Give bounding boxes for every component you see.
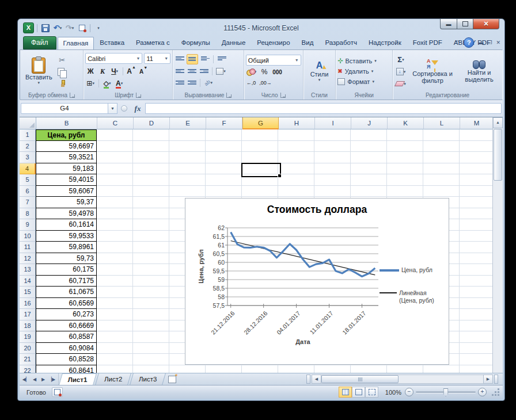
horizontal-scroll-thumb[interactable] xyxy=(321,375,399,383)
underline-button[interactable]: Ч▾ xyxy=(109,67,120,76)
cell-B19[interactable]: 60,8587 xyxy=(36,331,97,343)
fill-handle[interactable] xyxy=(278,174,282,178)
row-header-13[interactable]: 13 xyxy=(20,264,36,276)
align-center-button[interactable] xyxy=(187,67,197,76)
tab-Главная[interactable]: Главная xyxy=(58,37,94,49)
cell-B22[interactable]: 60,8641 xyxy=(36,365,97,373)
tab-Вид[interactable]: Вид xyxy=(296,36,320,49)
cell-B8[interactable]: 59,4978 xyxy=(36,208,97,220)
row-header-16[interactable]: 16 xyxy=(20,298,36,310)
sheet-tab-Лист3[interactable]: Лист3 xyxy=(130,373,166,385)
customize-qat-button[interactable]: ▾ xyxy=(93,23,104,33)
cell-B5[interactable]: 59,4015 xyxy=(36,174,97,186)
row-header-21[interactable]: 21 xyxy=(20,354,36,365)
shrink-font-button[interactable]: A▼ xyxy=(138,67,149,76)
cell-B20[interactable]: 60,9084 xyxy=(36,343,97,354)
tab-Формулы[interactable]: Формулы xyxy=(176,36,216,49)
borders-button[interactable]: ⊞▾ xyxy=(85,79,96,88)
excel-app-icon[interactable]: X xyxy=(23,22,34,33)
sheet-tab-Лист2[interactable]: Лист2 xyxy=(95,373,131,385)
cell-B3[interactable]: 59,3521 xyxy=(36,152,97,163)
zoom-slider-handle[interactable] xyxy=(443,388,449,396)
row-header-8[interactable]: 8 xyxy=(20,208,36,220)
column-header-E[interactable]: E xyxy=(170,117,206,129)
number-format-combo[interactable]: Общий▼ xyxy=(246,55,301,66)
undo-button[interactable]: ↶▾ xyxy=(52,23,63,33)
column-header-G[interactable]: G xyxy=(242,117,279,129)
zoom-level-label[interactable]: 100% xyxy=(382,389,401,396)
row-header-10[interactable]: 10 xyxy=(20,231,36,242)
chart[interactable]: Стоимость доллара Цена, рубл Дата Цена, … xyxy=(185,198,449,365)
cell-B21[interactable]: 60,8528 xyxy=(36,354,97,365)
row-header-14[interactable]: 14 xyxy=(20,276,36,287)
comma-style-button[interactable]: 000 xyxy=(272,67,283,77)
dialog-launcher-icon[interactable] xyxy=(70,93,75,98)
row-6-cells[interactable] xyxy=(97,186,493,197)
name-box[interactable]: G4 xyxy=(21,103,108,114)
tab-Foxit PDF[interactable]: Foxit PDF xyxy=(407,36,448,49)
prev-sheet-button[interactable]: ◀ xyxy=(31,377,39,382)
row-header-22[interactable]: 22 xyxy=(20,365,36,373)
scroll-left-arrow[interactable]: ◀ xyxy=(312,375,321,384)
paste-button[interactable]: Вставить ▾ xyxy=(22,51,56,91)
dialog-launcher-icon[interactable] xyxy=(226,93,232,98)
column-header-K[interactable]: K xyxy=(388,117,424,129)
cell-B7[interactable]: 59,37 xyxy=(36,197,97,208)
tab-Надстройк[interactable]: Надстройк xyxy=(363,36,407,49)
column-header-C[interactable]: C xyxy=(97,117,134,129)
row-header-12[interactable]: 12 xyxy=(20,253,36,265)
percent-style-button[interactable]: % xyxy=(259,67,270,77)
align-top-button[interactable] xyxy=(174,54,185,63)
cell-B11[interactable]: 59,8961 xyxy=(36,242,97,253)
tab-Данные[interactable]: Данные xyxy=(216,36,252,49)
fill-color-button[interactable]: ◇▾ xyxy=(102,79,112,88)
cell-B17[interactable]: 60,273 xyxy=(36,309,97,320)
row-3-cells[interactable] xyxy=(97,152,493,163)
select-all-corner[interactable] xyxy=(20,117,36,129)
styles-button[interactable]: А Стили ▾ xyxy=(307,59,332,83)
row-1-cells[interactable] xyxy=(97,129,493,141)
horizontal-scroll-track[interactable] xyxy=(321,375,483,384)
increase-decimal-button[interactable]: ←,0 xyxy=(246,78,257,87)
dialog-launcher-icon[interactable] xyxy=(280,93,286,98)
cell-B14[interactable]: 60,7175 xyxy=(36,276,97,287)
align-right-button[interactable] xyxy=(199,67,209,76)
row-header-4[interactable]: 4 xyxy=(20,163,36,175)
column-header-J[interactable]: J xyxy=(351,117,388,129)
formula-bar-splitter[interactable] xyxy=(117,103,130,114)
clear-button[interactable]: ▾ xyxy=(394,79,407,89)
maximize-button[interactable] xyxy=(457,19,473,29)
row-header-19[interactable]: 19 xyxy=(20,331,36,343)
workbook-minimize-icon[interactable]: ▬ xyxy=(478,40,483,45)
row-2-cells[interactable] xyxy=(97,141,493,152)
row-4-cells[interactable] xyxy=(97,163,493,175)
decrease-decimal-button[interactable]: ,00→ xyxy=(259,78,272,87)
scrollbar-split-handle[interactable] xyxy=(494,375,498,384)
tab-split-handle[interactable] xyxy=(306,375,310,384)
page-break-view-button[interactable] xyxy=(365,387,378,398)
normal-view-button[interactable] xyxy=(339,387,352,398)
row-header-18[interactable]: 18 xyxy=(20,320,36,332)
scroll-up-arrow[interactable]: ▲ xyxy=(493,117,503,128)
file-tab[interactable]: Файл xyxy=(23,36,56,49)
align-bottom-button[interactable] xyxy=(200,54,210,63)
cell-B10[interactable]: 59,9533 xyxy=(36,231,97,242)
column-header-M[interactable]: M xyxy=(460,117,493,129)
tab-Рецензиро[interactable]: Рецензиро xyxy=(251,36,295,49)
name-box-dropdown[interactable]: ▼ xyxy=(108,103,117,114)
redo-button[interactable]: ↷▾ xyxy=(64,23,75,33)
delete-cells-button[interactable]: ✖Удалить▾ xyxy=(337,66,390,77)
sort-filter-button[interactable]: АЯ Сортировка и фильтр xyxy=(409,58,456,85)
row-header-1[interactable]: 1 xyxy=(20,129,36,141)
next-sheet-button[interactable]: ▶ xyxy=(39,377,47,382)
column-header-F[interactable]: F xyxy=(206,117,242,129)
decrease-indent-button[interactable] xyxy=(174,78,185,87)
cell-B9[interactable]: 60,1614 xyxy=(36,219,97,231)
format-cells-button[interactable]: Формат▾ xyxy=(337,77,390,87)
minimize-ribbon-icon[interactable]: ⌃ xyxy=(456,40,460,45)
last-sheet-button[interactable]: ▕▶ xyxy=(48,377,56,382)
cell-B4[interactable]: 59,183 xyxy=(36,163,97,175)
help-icon[interactable]: ? xyxy=(464,37,474,48)
autosum-button[interactable]: Σ▾ xyxy=(394,55,407,65)
wrap-text-button[interactable] xyxy=(217,54,227,63)
